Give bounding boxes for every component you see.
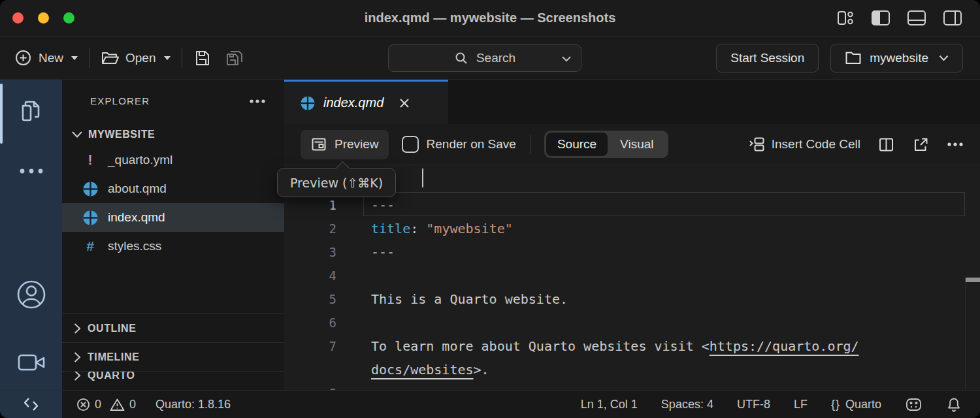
code-editor[interactable]: 1---2title: "mywebsite"3---45This is a Q… <box>284 165 980 390</box>
open-external-icon[interactable] <box>912 136 930 153</box>
insert-code-cell-label: Insert Code Cell <box>772 137 860 152</box>
new-button-label: New <box>39 51 63 65</box>
editor-scrollbar-track[interactable] <box>965 278 966 390</box>
more-actions-icon[interactable] <box>947 142 964 147</box>
tab-label: index.qmd <box>323 95 384 110</box>
quarto-version-item[interactable]: Quarto: 1.8.16 <box>155 398 231 411</box>
file-name: styles.css <box>108 239 161 253</box>
eol-item[interactable]: LF <box>794 398 808 411</box>
screencast-camera-icon[interactable] <box>0 351 62 374</box>
visual-mode-button[interactable]: Visual <box>608 137 666 152</box>
insert-code-cell-icon <box>749 136 766 153</box>
close-tab-icon[interactable] <box>399 97 410 109</box>
file-row-index-qmd[interactable]: index.qmd <box>62 203 284 232</box>
section-label: TIMELINE <box>88 351 139 363</box>
start-session-button[interactable]: Start Session <box>716 44 819 72</box>
open-button-label: Open <box>125 51 155 65</box>
workspace-tree-root[interactable]: MYWEBSITE <box>62 123 284 146</box>
account-icon[interactable] <box>0 278 62 311</box>
file-row-styles-css[interactable]: # styles.css <box>62 232 284 261</box>
save-all-button[interactable] <box>225 49 244 67</box>
code-line: 2title: "mywebsite" <box>284 217 980 240</box>
explorer-more-actions-icon[interactable] <box>249 99 266 104</box>
top-action-bar: New Open <box>0 37 980 80</box>
code-line: docs/websites>. <box>284 358 980 381</box>
maximize-window-button[interactable] <box>63 12 74 24</box>
insert-code-cell-button[interactable]: Insert Code Cell <box>749 136 860 153</box>
activity-bar <box>0 80 62 390</box>
editor-group: index.qmd Preview <box>284 80 980 390</box>
workspace-button[interactable]: mywebsite <box>830 44 963 72</box>
copilot-icon[interactable] <box>905 396 923 412</box>
line-number: 1 <box>284 198 336 212</box>
preview-tooltip-text: Preview (⇧⌘K) <box>290 176 383 190</box>
file-name: about.qmd <box>108 182 167 196</box>
chevron-down-icon <box>71 131 83 138</box>
file-name: _quarto.yml <box>108 153 172 167</box>
source-mode-label: Source <box>557 137 596 152</box>
sidebar-section-outline[interactable]: OUTLINE <box>62 314 284 342</box>
file-row-quarto-yml[interactable]: ! _quarto.yml <box>62 146 284 174</box>
preview-button[interactable]: Preview <box>301 130 389 159</box>
editor-scrollbar-thumb[interactable] <box>966 278 980 282</box>
notifications-bell-icon[interactable] <box>946 396 962 413</box>
title-bar: index.qmd — mywebsite — Screenshots <box>0 0 980 37</box>
more-views-icon[interactable] <box>0 166 62 176</box>
workspace-label: mywebsite <box>870 51 928 65</box>
code-lines: 1---2title: "mywebsite"3---45This is a Q… <box>284 165 980 390</box>
toggle-panel-icon[interactable] <box>906 9 927 27</box>
toggle-secondary-sidebar-icon[interactable] <box>942 9 963 27</box>
new-button[interactable]: New <box>14 49 78 67</box>
code-line: 6 <box>284 311 980 334</box>
cursor-position-item[interactable]: Ln 1, Col 1 <box>581 398 638 411</box>
problems-indicator[interactable]: 0 0 <box>76 398 136 411</box>
file-row-about-qmd[interactable]: about.qmd <box>62 174 284 203</box>
save-button[interactable] <box>193 49 212 67</box>
editor-cursor <box>422 169 423 187</box>
close-window-button[interactable] <box>12 12 24 24</box>
split-editor-icon[interactable] <box>877 136 895 153</box>
open-button[interactable]: Open <box>101 50 170 67</box>
explorer-view-icon[interactable] <box>0 97 62 127</box>
render-on-save-checkbox[interactable] <box>402 136 419 153</box>
language-mode-item[interactable]: {} Quarto <box>831 398 881 411</box>
indentation-item[interactable]: Spaces: 4 <box>661 398 713 411</box>
warning-icon <box>110 398 125 411</box>
line-number: 7 <box>284 339 336 353</box>
line-number: 5 <box>284 292 336 306</box>
section-label: OUTLINE <box>88 323 136 334</box>
window-controls <box>12 12 74 24</box>
plus-circle-icon <box>14 49 32 67</box>
source-visual-toggle: Source Visual <box>544 131 668 158</box>
visual-mode-label: Visual <box>620 137 653 151</box>
explorer-sidebar: EXPLORER MYWEBSITE ! _quarto.yml <box>62 80 284 390</box>
search-icon <box>454 51 468 65</box>
globe-icon <box>301 96 315 110</box>
source-mode-button[interactable]: Source <box>546 133 608 156</box>
line-number: 4 <box>284 268 336 283</box>
separator <box>530 135 531 153</box>
minimize-window-button[interactable] <box>38 12 49 24</box>
globe-icon <box>82 180 99 197</box>
error-count: 0 <box>95 398 101 411</box>
globe-icon <box>82 209 99 226</box>
tab-bar: index.qmd <box>284 80 980 124</box>
error-icon <box>76 398 90 411</box>
encoding-item[interactable]: UTF-8 <box>737 398 770 411</box>
tab-index-qmd[interactable]: index.qmd <box>284 80 448 124</box>
search-placeholder: Search <box>476 51 515 65</box>
separator <box>182 48 182 68</box>
chevron-down-icon[interactable] <box>562 56 571 62</box>
line-number: 3 <box>284 245 336 259</box>
caret-down-icon <box>164 56 171 60</box>
sidebar-section-quarto[interactable]: QUARTO <box>62 371 284 390</box>
app-window: index.qmd — mywebsite — Screenshots <box>0 0 980 418</box>
remote-indicator[interactable] <box>0 391 62 418</box>
preview-tooltip: Preview (⇧⌘K) <box>277 168 396 197</box>
sidebar-section-timeline[interactable]: TIMELINE <box>62 342 284 371</box>
customize-layout-icon[interactable] <box>836 9 855 27</box>
search-input[interactable]: Search <box>388 44 581 72</box>
folder-icon <box>845 50 862 65</box>
line-number: 6 <box>284 315 336 330</box>
toggle-primary-sidebar-icon[interactable] <box>870 9 891 27</box>
